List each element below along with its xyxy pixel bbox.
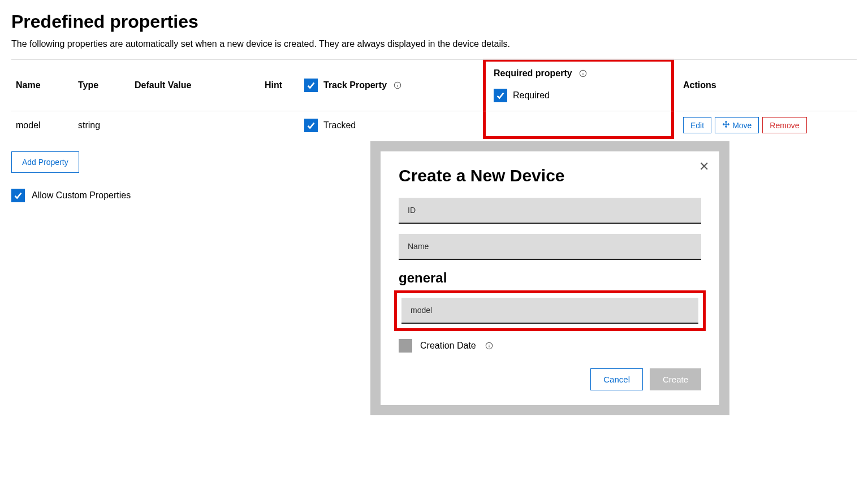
col-header-required-property-label: Required property	[494, 68, 572, 79]
required-label: Required	[513, 90, 550, 101]
add-property-button[interactable]: Add Property	[11, 151, 79, 173]
close-icon[interactable]: ✕	[699, 159, 709, 174]
track-property-header-checkbox[interactable]	[304, 79, 318, 92]
id-field[interactable]: ID	[399, 198, 701, 214]
move-button-label: Move	[732, 121, 752, 130]
edit-button[interactable]: Edit	[683, 117, 711, 133]
cell-hint	[260, 111, 300, 140]
tracked-label: Tracked	[323, 120, 356, 131]
info-icon[interactable]	[579, 69, 587, 77]
create-device-dialog: ✕ Create a New Device ID Name general mo…	[381, 151, 719, 214]
col-header-track-property-label: Track Property	[323, 80, 387, 90]
cell-actions: Edit Move Remove	[679, 111, 857, 140]
id-field-label: ID	[408, 206, 416, 214]
col-header-track-property: Track Property	[300, 60, 486, 111]
remove-button[interactable]: Remove	[762, 117, 806, 133]
info-icon[interactable]	[394, 81, 401, 89]
cell-tracked: Tracked	[300, 111, 486, 140]
page-subtitle: The following properties are automatical…	[11, 39, 857, 49]
cell-default-value	[130, 111, 260, 140]
table-row: model string Tracked Edit	[11, 111, 857, 140]
create-device-dialog-overlay: ✕ Create a New Device ID Name general mo…	[370, 141, 729, 214]
col-header-type: Type	[74, 60, 130, 111]
properties-table: Name Type Default Value Hint Track Prope…	[11, 59, 857, 139]
tracked-checkbox[interactable]	[304, 119, 318, 132]
col-header-actions: Actions	[679, 60, 857, 111]
allow-custom-properties-checkbox[interactable]	[11, 189, 25, 202]
dialog-title: Create a New Device	[399, 166, 701, 185]
move-icon	[722, 120, 730, 130]
col-header-name: Name	[11, 60, 74, 111]
cell-type: string	[74, 111, 130, 140]
col-header-hint: Hint	[260, 60, 300, 111]
cell-name: model	[11, 111, 74, 140]
move-button[interactable]: Move	[715, 117, 759, 133]
col-header-required-property: Required property Required	[486, 60, 679, 111]
required-checkbox[interactable]	[494, 89, 507, 102]
allow-custom-properties-label: Allow Custom Properties	[32, 190, 131, 201]
col-header-default-value: Default Value	[130, 60, 260, 111]
page-title: Predefined properties	[11, 11, 857, 32]
